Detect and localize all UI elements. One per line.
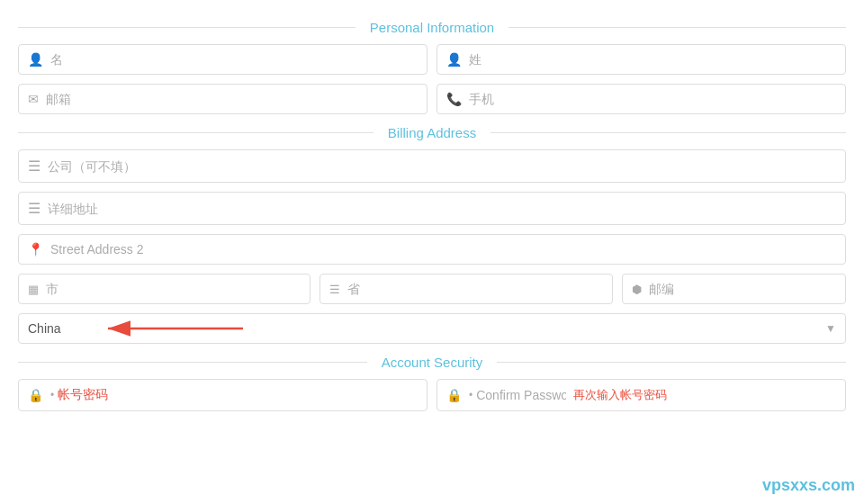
country-select-wrapper: China United States United Kingdom Japan… xyxy=(18,313,846,344)
password-row: 🔒 • 🔒 • 再次输入帐号密码 xyxy=(18,379,846,411)
city-input[interactable] xyxy=(46,282,301,296)
confirm-dots: • xyxy=(469,389,472,401)
last-name-field: 👤 xyxy=(436,44,846,75)
state-icon: ☰ xyxy=(329,283,340,296)
confirm-password-field: 🔒 • 再次输入帐号密码 xyxy=(436,379,846,411)
personal-info-title: Personal Information xyxy=(356,20,508,35)
company-row: ☰ xyxy=(18,149,846,183)
address2-input[interactable] xyxy=(50,242,836,256)
confirm-hint-text: 再次输入帐号密码 xyxy=(573,387,667,403)
user-icon-2: 👤 xyxy=(446,52,462,67)
address2-field: 📍 xyxy=(18,234,846,265)
phone-icon: 📞 xyxy=(446,92,462,106)
email-field: ✉ xyxy=(18,84,428,114)
billing-address-title: Billing Address xyxy=(374,125,490,140)
company-icon: ☰ xyxy=(28,158,40,175)
header-line-left xyxy=(18,27,356,28)
password-dots: • xyxy=(50,389,54,401)
company-input[interactable] xyxy=(48,159,836,174)
country-row: China United States United Kingdom Japan… xyxy=(18,313,846,344)
state-input[interactable] xyxy=(347,282,602,296)
lock-icon-2: 🔒 xyxy=(446,388,462,402)
email-icon: ✉ xyxy=(28,92,39,106)
address2-row: 📍 xyxy=(18,234,846,265)
password-field: 🔒 • xyxy=(18,379,428,411)
confirm-password-input[interactable] xyxy=(476,388,566,402)
first-name-input[interactable] xyxy=(50,52,418,67)
country-select[interactable]: China United States United Kingdom Japan… xyxy=(28,321,825,336)
state-field: ☰ xyxy=(320,274,612,304)
address1-field: ☰ xyxy=(18,192,846,225)
header-line-left2 xyxy=(18,132,374,133)
header-line-right3 xyxy=(497,362,846,363)
pin-icon: 📍 xyxy=(28,242,43,256)
phone-field: 📞 xyxy=(436,84,846,114)
address-icon: ☰ xyxy=(28,200,40,217)
personal-info-header: Personal Information xyxy=(18,20,846,35)
last-name-input[interactable] xyxy=(469,52,836,67)
city-icon: ▦ xyxy=(28,283,39,296)
zip-input[interactable] xyxy=(649,282,836,296)
address1-row: ☰ xyxy=(18,192,846,225)
email-input[interactable] xyxy=(46,92,418,106)
header-line-left3 xyxy=(18,362,367,363)
lock-icon: 🔒 xyxy=(28,388,43,402)
city-state-zip-row: ▦ ☰ ⬢ xyxy=(18,274,846,304)
user-icon: 👤 xyxy=(28,52,43,67)
city-field: ▦ xyxy=(18,274,310,304)
header-line-right xyxy=(508,27,846,28)
zip-icon: ⬢ xyxy=(632,283,642,296)
first-name-field: 👤 xyxy=(18,44,428,75)
account-security-header: Account Security xyxy=(18,355,846,370)
name-row: 👤 👤 xyxy=(18,44,846,75)
phone-input[interactable] xyxy=(469,92,836,106)
billing-address-header: Billing Address xyxy=(18,125,846,140)
address1-input[interactable] xyxy=(48,202,836,216)
email-phone-row: ✉ 📞 xyxy=(18,84,846,114)
password-input[interactable] xyxy=(58,388,418,402)
zip-field: ⬢ xyxy=(622,274,846,304)
chevron-down-icon: ▼ xyxy=(825,322,836,335)
company-field: ☰ xyxy=(18,149,846,183)
header-line-right2 xyxy=(490,132,846,133)
account-security-title: Account Security xyxy=(367,355,498,370)
